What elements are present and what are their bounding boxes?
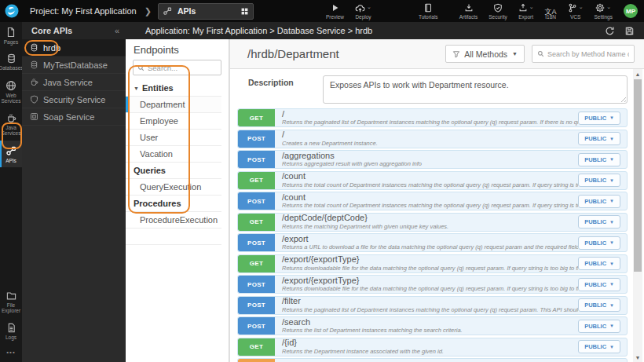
- api-icon: [163, 6, 172, 16]
- access-level-dropdown[interactable]: PUBLIC▼: [578, 195, 620, 208]
- topbar-tutorials-button[interactable]: Tutorials: [419, 3, 438, 20]
- api-row[interactable]: GET /deptCode/{deptCode} Returns the mat…: [237, 213, 628, 232]
- funnel-icon: [452, 50, 460, 58]
- soap-icon: [30, 112, 38, 121]
- topbar-i18n-button[interactable]: 文A I18N: [545, 3, 557, 20]
- topbar-vcs-button[interactable]: ⌄ VCS: [568, 3, 584, 20]
- endpoints-search-input[interactable]: [148, 64, 217, 72]
- sidebar-item-databases[interactable]: Databases: [0, 49, 22, 75]
- apis-tab[interactable]: APIs: [158, 3, 254, 20]
- api-row-texts: /count Returns the total count of Depart…: [275, 172, 578, 188]
- endpoint-item-queryexecution[interactable]: QueryExecution: [126, 179, 221, 196]
- endpoint-group-queries[interactable]: Queries: [126, 163, 221, 179]
- access-level-dropdown[interactable]: PUBLIC▼: [578, 236, 620, 250]
- globe-icon: [5, 80, 16, 91]
- api-row[interactable]: GET /{id} Returns the Department instanc…: [237, 338, 628, 357]
- api-row[interactable]: POST /filter Returns the paginated list …: [237, 296, 628, 315]
- endpoint-group-procedures[interactable]: Procedures: [126, 196, 221, 212]
- api-row-partial[interactable]: [237, 358, 628, 362]
- sidebar-item-java-services[interactable]: JavaServices: [0, 108, 22, 141]
- description-textarea[interactable]: Exposes APIs to work with Department res…: [323, 75, 628, 104]
- scroll-up-arrow-icon[interactable]: ▲: [633, 69, 642, 79]
- api-path: /deptCode/{deptCode}: [282, 214, 578, 223]
- endpoint-item-department[interactable]: Department: [126, 97, 221, 113]
- method-badge: [238, 359, 275, 362]
- grid-icon[interactable]: [240, 7, 249, 16]
- endpoint-item-procedureexecution[interactable]: ProcedureExecution: [126, 212, 221, 229]
- preview-icon: [331, 3, 340, 13]
- sidebar-item-pages[interactable]: Pages: [0, 22, 22, 49]
- search-icon: [137, 64, 145, 71]
- api-row[interactable]: POST /export Returns a URL to download a…: [237, 233, 628, 252]
- methods-filter-dropdown[interactable]: All Methods ▼: [445, 45, 525, 63]
- collapse-panel-icon[interactable]: «: [115, 26, 119, 35]
- api-description: Returns the paginated list of Department…: [282, 119, 578, 126]
- topbar-deploy-button[interactable]: ⌄ Deploy: [355, 3, 371, 20]
- security-icon: [493, 3, 503, 13]
- topbar-export-button[interactable]: ⌄ Export: [518, 3, 534, 20]
- chevron-down-icon: ▼: [512, 51, 518, 57]
- rail-item-label: Pages: [4, 39, 18, 45]
- topbar-artifacts-button[interactable]: Artifacts: [459, 3, 478, 20]
- access-level-dropdown[interactable]: PUBLIC▼: [578, 320, 620, 333]
- api-row[interactable]: POST /search Returns the list of Departm…: [237, 316, 628, 335]
- api-row[interactable]: GET / Returns the paginated list of Depa…: [237, 108, 628, 127]
- scrollbar[interactable]: ▲ ▼: [633, 69, 642, 362]
- api-row[interactable]: POST / Creates a new Department instance…: [237, 130, 628, 148]
- api-path: /export: [282, 235, 578, 244]
- topbar-action-label: VCS: [570, 14, 580, 20]
- settings-icon: [595, 3, 605, 13]
- sidebar-item-file-explorer[interactable]: FileExplorer: [0, 286, 22, 318]
- topbar-action-label: Preview: [326, 14, 344, 20]
- wavemaker-logo-icon[interactable]: [5, 4, 19, 18]
- api-row[interactable]: POST /export/{exportType} Returns downlo…: [237, 275, 628, 294]
- api-row[interactable]: POST /count Returns the total count of D…: [237, 192, 628, 210]
- core-api-item-mytestdatabase[interactable]: MyTestDatabase: [22, 57, 126, 74]
- save-icon[interactable]: [624, 26, 635, 36]
- endpoint-item-user[interactable]: User: [126, 130, 221, 146]
- caret-down-icon: ▼: [609, 303, 614, 308]
- shield-icon: [30, 95, 38, 104]
- endpoints-search[interactable]: [133, 60, 221, 75]
- sidebar-item-web-services[interactable]: WebServices: [0, 75, 22, 108]
- method-search-input[interactable]: [547, 50, 629, 58]
- avatar[interactable]: MP: [624, 4, 638, 18]
- endpoint-group-entities[interactable]: ▼Entities: [126, 80, 221, 97]
- core-api-item-java-service[interactable]: Java Service: [22, 74, 126, 91]
- access-level-dropdown[interactable]: PUBLIC▼: [578, 278, 620, 291]
- access-level-dropdown[interactable]: PUBLIC▼: [578, 298, 620, 312]
- toolbar-left-actions: Preview ⌄ Deploy Tutorials: [326, 3, 449, 20]
- logs-icon: [6, 323, 16, 333]
- method-search[interactable]: [532, 45, 635, 63]
- method-badge: GET: [238, 338, 275, 356]
- caret-down-icon: ▼: [609, 345, 614, 349]
- scroll-down-arrow-icon[interactable]: ▼: [633, 353, 642, 362]
- access-level-dropdown[interactable]: PUBLIC▼: [578, 153, 620, 166]
- sidebar-item-apis[interactable]: APIs: [0, 141, 22, 167]
- core-api-item-soap-service[interactable]: Soap Service: [22, 108, 126, 126]
- api-row[interactable]: POST /aggregations Returns aggregated re…: [237, 150, 628, 169]
- access-level-dropdown[interactable]: PUBLIC▼: [578, 257, 620, 270]
- api-row[interactable]: GET /count Returns the total count of De…: [237, 171, 628, 190]
- access-level-dropdown[interactable]: PUBLIC▼: [578, 132, 620, 145]
- caret-down-icon: ▼: [609, 157, 614, 162]
- scrollbar-thumb[interactable]: [634, 79, 642, 272]
- access-level-dropdown[interactable]: PUBLIC▼: [578, 215, 620, 229]
- api-row[interactable]: GET /export/{exportType} Returns downloa…: [237, 254, 628, 273]
- topbar-preview-button[interactable]: Preview: [326, 3, 344, 20]
- access-level-dropdown[interactable]: PUBLIC▼: [578, 340, 620, 353]
- endpoint-item-vacation[interactable]: Vacation: [126, 146, 221, 163]
- endpoint-item-label: QueryExecution: [140, 182, 201, 192]
- endpoint-item-employee[interactable]: Employee: [126, 113, 221, 130]
- core-api-item-security-service[interactable]: Security Service: [22, 91, 126, 108]
- rail-item-label: JavaServices: [2, 125, 21, 137]
- refresh-icon[interactable]: [605, 26, 615, 36]
- core-api-item-hrdb[interactable]: hrdb: [22, 39, 126, 57]
- topbar-settings-button[interactable]: ⌄ Settings: [595, 3, 613, 20]
- access-level-dropdown[interactable]: PUBLIC▼: [578, 174, 620, 187]
- sidebar-item-logs[interactable]: Logs: [0, 318, 22, 344]
- method-badge: POST: [238, 297, 275, 314]
- access-level-dropdown[interactable]: PUBLIC▼: [578, 112, 620, 125]
- topbar-security-button[interactable]: Security: [488, 3, 507, 20]
- rail-more-button[interactable]: •••: [0, 344, 22, 362]
